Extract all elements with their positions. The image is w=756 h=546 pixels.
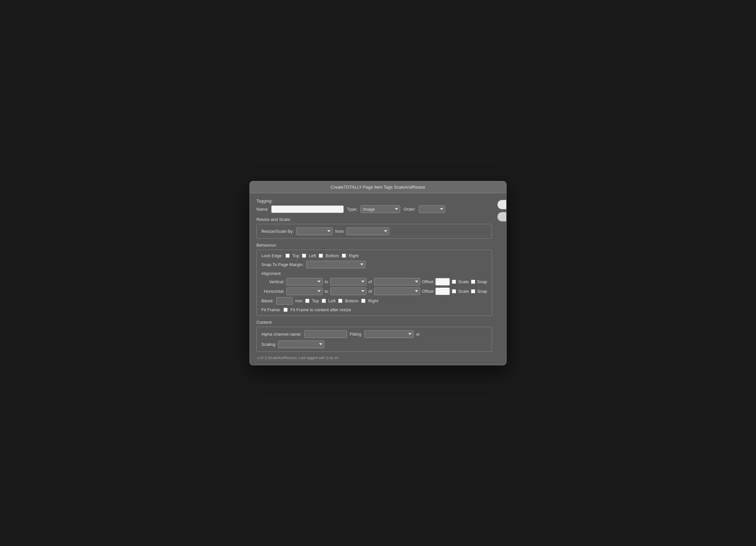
title-bar: CreateTOTALLY Page Item Tags ScaleAndRes…	[250, 181, 506, 193]
horizontal-align-row: Horizontal: to of Offset Scale	[261, 288, 487, 295]
from-select[interactable]	[346, 227, 389, 235]
content-row1: Alpha channel name: Fitting or	[261, 331, 487, 338]
lock-left-label: Left	[309, 253, 316, 258]
alignment-label: Alignment:	[261, 271, 487, 276]
content-box: Alpha channel name: Fitting or Scaling	[256, 327, 492, 352]
vertical-scale-checkbox[interactable]	[452, 280, 456, 284]
vertical-snap-label: Snap	[477, 279, 487, 284]
name-input[interactable]	[271, 205, 344, 213]
lock-top-label: Top	[292, 253, 299, 258]
bleed-label: Bleed:	[261, 299, 274, 303]
fit-frame-checkbox[interactable]	[283, 308, 288, 312]
horizontal-offset-label: Offset	[422, 289, 433, 294]
bleed-left-label: Left	[329, 299, 336, 303]
vertical-align-row: Vertical: to of Offset Scale	[261, 278, 487, 286]
lock-bottom-checkbox[interactable]	[319, 253, 323, 258]
resize-scale-box: Resize/Scale By: from	[256, 224, 492, 239]
bleed-top-checkbox[interactable]	[305, 299, 309, 303]
alpha-input[interactable]	[304, 331, 347, 338]
or-label: or	[416, 332, 420, 337]
bleed-top-label: Top	[312, 299, 319, 303]
side-buttons: OK Cancel	[497, 198, 507, 360]
footer-text: v.14.3 (ScaleAndResize): Last tagged wit…	[256, 356, 492, 360]
mm-label: mm	[295, 299, 303, 303]
bleed-input[interactable]	[276, 297, 293, 305]
type-label: Type:	[347, 207, 358, 212]
main-content: Tagging: Name Type: Image Text Graphic O…	[256, 198, 492, 360]
fitting-select[interactable]	[364, 331, 414, 338]
horizontal-snap-checkbox[interactable]	[471, 289, 475, 294]
tagging-label: Tagging:	[256, 198, 492, 203]
alpha-label: Alpha channel name:	[261, 332, 302, 337]
order-select[interactable]	[419, 205, 445, 213]
horizontal-label: Horizontal:	[261, 289, 284, 294]
horizontal-snap-label: Snap	[477, 289, 487, 294]
resize-scale-label: Resize and Scale:	[256, 217, 492, 222]
resize-by-select[interactable]	[296, 227, 333, 235]
bleed-left-checkbox[interactable]	[322, 299, 326, 303]
cancel-button[interactable]: Cancel	[497, 212, 507, 221]
lock-bottom-label: Bottom	[326, 253, 339, 258]
vertical-to-select[interactable]	[330, 278, 366, 286]
content-label: Content:	[256, 320, 492, 325]
vertical-to-label: to	[325, 279, 328, 284]
main-dialog: CreateTOTALLY Page Item Tags ScaleAndRes…	[249, 181, 507, 365]
snap-margin-select[interactable]	[306, 261, 365, 268]
vertical-offset-input[interactable]	[435, 278, 450, 286]
window-title: CreateTOTALLY Page Item Tags ScaleAndRes…	[331, 185, 425, 189]
vertical-align-select[interactable]	[286, 278, 323, 286]
bleed-bottom-checkbox[interactable]	[338, 299, 342, 303]
vertical-scale-label: Scale	[458, 279, 469, 284]
bleed-bottom-label: Bottom	[345, 299, 359, 303]
behaviour-label: Behaviour:	[256, 243, 492, 247]
horizontal-to-select[interactable]	[330, 288, 366, 295]
order-label: Order:	[403, 207, 416, 212]
vertical-snap-checkbox[interactable]	[471, 280, 475, 284]
lock-edge-row: Lock Edge: Top Left Bottom Right	[261, 253, 487, 258]
resize-row: Resize/Scale By: from	[261, 227, 487, 235]
lock-top-checkbox[interactable]	[285, 253, 290, 258]
fit-frame-row: Fit Frame: Fit Frame to content after re…	[261, 307, 487, 312]
behaviour-box: Lock Edge: Top Left Bottom Right Snap To…	[256, 249, 492, 316]
lock-right-checkbox[interactable]	[342, 253, 346, 258]
fit-frame-text: Fit Frame to content after resize	[290, 307, 351, 312]
horizontal-to-label: to	[325, 289, 328, 294]
horizontal-scale-checkbox[interactable]	[452, 289, 456, 294]
horizontal-of-select[interactable]	[374, 288, 420, 295]
dialog-body: Tagging: Name Type: Image Text Graphic O…	[250, 193, 506, 365]
tagging-row: Name Type: Image Text Graphic Order:	[256, 205, 492, 213]
snap-margin-label: Snap To Page Margin:	[261, 262, 304, 267]
scaling-select[interactable]	[278, 341, 324, 348]
from-label: from	[335, 229, 344, 234]
horizontal-scale-label: Scale	[458, 289, 469, 294]
lock-right-label: Right	[349, 253, 359, 258]
type-select[interactable]: Image Text Graphic	[361, 205, 400, 213]
resize-by-label: Resize/Scale By:	[261, 229, 294, 234]
fitting-label: Fitting	[350, 332, 361, 337]
horizontal-of-label: of	[368, 289, 372, 294]
lock-edge-label: Lock Edge:	[261, 253, 283, 258]
lock-left-checkbox[interactable]	[302, 253, 306, 258]
ok-button[interactable]: OK	[497, 200, 507, 209]
scaling-label: Scaling	[261, 342, 276, 347]
vertical-of-select[interactable]	[374, 278, 420, 286]
snap-margin-row: Snap To Page Margin:	[261, 261, 487, 268]
vertical-label: Vertical:	[261, 279, 284, 284]
horizontal-align-select[interactable]	[286, 288, 323, 295]
vertical-of-label: of	[368, 279, 372, 284]
bleed-right-checkbox[interactable]	[361, 299, 365, 303]
vertical-offset-label: Offset	[422, 279, 433, 284]
fit-frame-label: Fit Frame:	[261, 307, 281, 312]
bleed-right-label: Right	[368, 299, 378, 303]
bleed-row: Bleed: mm Top Left Bottom Right	[261, 297, 487, 305]
content-row2: Scaling	[261, 341, 487, 348]
name-label: Name	[256, 207, 268, 212]
horizontal-offset-input[interactable]	[435, 288, 450, 295]
